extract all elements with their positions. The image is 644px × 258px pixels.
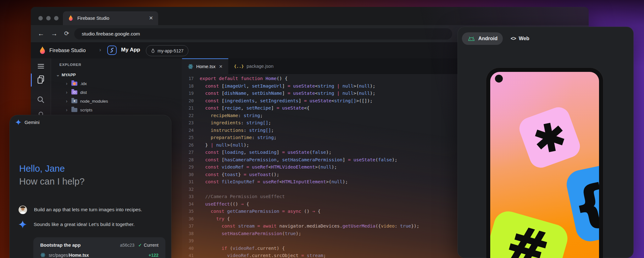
brace-tile: { bbox=[564, 159, 599, 244]
line-number: 27 bbox=[182, 149, 194, 156]
editor-tab-home[interactable]: Home.tsx ✕ bbox=[182, 58, 228, 74]
android-phone-mockup: { # bbox=[486, 68, 603, 258]
diff-added-count: +122 bbox=[148, 253, 158, 258]
firebase-flame-icon bbox=[68, 15, 74, 22]
traffic-light-zoom[interactable] bbox=[54, 16, 58, 20]
tab-close-icon[interactable]: ✕ bbox=[219, 64, 223, 69]
workspace-badge[interactable]: my-app-5127 bbox=[146, 45, 188, 56]
browser-tab[interactable]: Firebase Studio ✕ bbox=[63, 11, 158, 25]
url-bar[interactable]: studio.firebase.google.com bbox=[74, 28, 452, 40]
app-name[interactable]: My App bbox=[121, 47, 140, 53]
url-text: studio.firebase.google.com bbox=[82, 31, 140, 37]
user-message: Build an app that lets me turn images in… bbox=[34, 206, 142, 212]
android-icon bbox=[467, 35, 475, 42]
user-avatar bbox=[19, 206, 27, 214]
user-message-row: Build an app that lets me turn images in… bbox=[19, 206, 142, 214]
droplet-icon bbox=[151, 48, 155, 54]
tree-item-label: scripts bbox=[80, 108, 92, 112]
curly-brace-glyph: { bbox=[569, 178, 599, 231]
line-number: 30 bbox=[182, 171, 194, 179]
changed-file-path[interactable]: src/pages/Home.tsx bbox=[49, 253, 148, 258]
traffic-lights[interactable] bbox=[38, 16, 58, 20]
commit-hash: a56c23 bbox=[120, 243, 135, 248]
line-number: 29 bbox=[182, 164, 194, 171]
code-brackets-icon: <> bbox=[511, 36, 516, 41]
bootstrap-card[interactable]: Bootstrap the app a56c23 ✓ Current src/p… bbox=[33, 237, 165, 258]
tree-root-myapp[interactable]: ⌄MYAPP bbox=[51, 70, 182, 79]
card-title: Bootstrap the app bbox=[40, 242, 120, 248]
greeting-line1: Hello, Jane bbox=[19, 162, 85, 175]
breadcrumb-chevron-icon: › bbox=[99, 47, 101, 53]
tree-item-label: .idx bbox=[80, 81, 87, 86]
asterisk-tile bbox=[516, 104, 583, 171]
traffic-light-close[interactable] bbox=[38, 16, 43, 20]
forward-icon[interactable]: → bbox=[51, 30, 58, 38]
chevron-right-icon: › bbox=[64, 90, 69, 95]
line-number: 17 bbox=[182, 75, 194, 83]
line-number: 26 bbox=[182, 142, 194, 149]
line-number: 19 bbox=[182, 90, 194, 97]
hash-tile: # bbox=[490, 208, 571, 258]
brand-name[interactable]: Firebase Studio bbox=[49, 47, 86, 53]
folder-icon bbox=[71, 82, 77, 86]
tab-close-icon[interactable]: ✕ bbox=[149, 16, 153, 21]
assistant-message-row: Sounds like a great idea! Let’s build it… bbox=[19, 220, 135, 228]
line-number: 36 bbox=[182, 215, 194, 223]
firebase-flame-logo bbox=[39, 46, 46, 56]
back-icon[interactable]: ← bbox=[38, 30, 44, 38]
gemini-title: Gemini bbox=[25, 120, 40, 125]
camera-punch-hole bbox=[495, 75, 503, 83]
toggle-android[interactable]: Android bbox=[462, 32, 503, 45]
explorer-title: EXPLORER bbox=[59, 63, 81, 67]
stage: Firebase Studio ✕ ← → ⟳ studio.firebase.… bbox=[0, 0, 644, 258]
traffic-light-minimize[interactable] bbox=[46, 16, 51, 20]
files-icon[interactable] bbox=[31, 74, 51, 85]
line-number: 22 bbox=[182, 112, 194, 120]
hash-glyph: # bbox=[502, 218, 553, 258]
folder-icon bbox=[71, 108, 77, 112]
search-icon[interactable] bbox=[31, 95, 51, 104]
line-number: 33 bbox=[182, 193, 194, 201]
line-number: 23 bbox=[182, 119, 194, 127]
react-icon bbox=[188, 64, 193, 69]
line-number: 28 bbox=[182, 156, 194, 164]
menu-hamburger-icon[interactable] bbox=[31, 64, 51, 68]
toggle-web[interactable]: <> Web bbox=[508, 32, 532, 45]
reload-icon[interactable]: ⟳ bbox=[64, 30, 69, 38]
folder-icon: ✷ bbox=[71, 99, 77, 103]
line-number: 20 bbox=[182, 97, 194, 105]
line-number: 34 bbox=[182, 201, 194, 208]
react-icon bbox=[40, 252, 46, 258]
chevron-down-icon: ⌄ bbox=[56, 72, 60, 77]
tree-item-label: node_modules bbox=[80, 99, 108, 104]
line-number: 38 bbox=[182, 230, 194, 238]
editor-tab-package-json[interactable]: {..} package.json bbox=[228, 58, 279, 74]
editor-tab-label: Home.tsx bbox=[196, 64, 215, 69]
check-icon: ✓ bbox=[138, 243, 142, 248]
gemini-star-icon bbox=[15, 119, 21, 125]
gemini-header: Gemini bbox=[15, 119, 40, 125]
json-braces-icon: {..} bbox=[234, 64, 244, 69]
line-number: 18 bbox=[182, 83, 194, 90]
chevron-right-icon: › bbox=[64, 107, 69, 112]
phone-screen: { # bbox=[490, 72, 599, 258]
workspace-name: my-app-5127 bbox=[158, 48, 184, 53]
line-number: 21 bbox=[182, 105, 194, 112]
studio-app-icon bbox=[107, 46, 117, 55]
toggle-android-label: Android bbox=[478, 36, 497, 41]
tree-item-dist[interactable]: ›dist bbox=[51, 88, 182, 97]
browser-tab-strip: Firebase Studio ✕ bbox=[31, 7, 589, 25]
tree-item-idx[interactable]: ›.idx bbox=[51, 79, 182, 88]
line-number: 35 bbox=[182, 208, 194, 215]
line-number: 25 bbox=[182, 134, 194, 142]
chevron-right-icon: › bbox=[64, 81, 69, 86]
file-tree: ⌄MYAPP›.idx›dist›✷node_modules›scripts bbox=[51, 70, 182, 114]
line-number: 40 bbox=[182, 245, 194, 252]
chevron-right-icon: › bbox=[64, 99, 69, 104]
editor-tab-label: package.json bbox=[247, 64, 273, 69]
toggle-web-label: Web bbox=[519, 36, 529, 41]
tree-item-scripts[interactable]: ›scripts bbox=[51, 105, 182, 114]
line-number: 24 bbox=[182, 127, 194, 134]
line-number: 41 bbox=[182, 252, 194, 258]
tree-item-node_modules[interactable]: ›✷node_modules bbox=[51, 97, 182, 105]
